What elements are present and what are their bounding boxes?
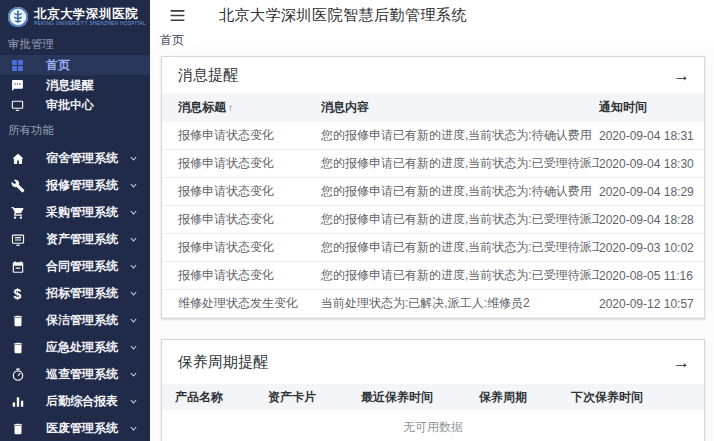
sidebar-item-bidding-system[interactable]: $ 招标管理系统 <box>0 280 150 307</box>
empty-state-text: 无可用数据 <box>162 410 704 441</box>
trash-icon <box>10 421 25 436</box>
column-header-title[interactable]: 消息标题↑ <box>178 99 321 116</box>
sidebar-item-patrol-system[interactable]: 巡查管理系统 <box>0 361 150 388</box>
chat-bubble-icon <box>10 78 25 93</box>
asset-screen-icon <box>10 232 25 247</box>
message-card-title: 消息提醒 <box>178 66 238 85</box>
top-bar: 北京大学深圳医院智慧后勤管理系统 <box>150 0 714 30</box>
chevron-down-icon <box>129 424 138 433</box>
monitor-icon <box>10 98 25 113</box>
sidebar-item-repair-system[interactable]: 报修管理系统 <box>0 172 150 199</box>
chevron-down-icon <box>129 154 138 163</box>
hamburger-menu-icon[interactable] <box>170 9 185 22</box>
sidebar-item-cleaning-system[interactable]: 保洁管理系统 <box>0 307 150 334</box>
column-header-content[interactable]: 消息内容 <box>321 99 599 116</box>
sidebar: 北京大学深圳医院 PEKING UNIVERSITY SHENZHEN HOSP… <box>0 0 150 441</box>
chevron-down-icon <box>129 262 138 271</box>
hospital-name-cn: 北京大学深圳医院 <box>34 8 146 21</box>
table-row[interactable]: 报修申请状态变化 您的报修申请已有新的进度,当前状态为:已受理待派工 2020-… <box>162 234 704 262</box>
hospital-logo-icon <box>7 6 29 28</box>
sidebar-item-label: 消息提醒 <box>46 77 94 94</box>
table-row[interactable]: 报修申请状态变化 您的报修申请已有新的进度,当前状态为:待确认费用 2020-0… <box>162 122 704 150</box>
calendar-icon <box>10 259 25 274</box>
sort-asc-icon: ↑ <box>228 102 233 113</box>
stopwatch-icon <box>10 367 25 382</box>
sidebar-item-medical-waste-system[interactable]: 医废管理系统 <box>0 415 150 441</box>
app-window: 北京大学深圳医院 PEKING UNIVERSITY SHENZHEN HOSP… <box>0 0 714 441</box>
chevron-down-icon <box>129 181 138 190</box>
sidebar-item-procurement-system[interactable]: 采购管理系统 <box>0 199 150 226</box>
content-area: 消息提醒 → 消息标题↑ 消息内容 通知时间 报修申请状态变化 您的报修申请已有… <box>150 47 714 441</box>
wrench-icon <box>10 178 25 193</box>
message-reminder-card: 消息提醒 → 消息标题↑ 消息内容 通知时间 报修申请状态变化 您的报修申请已有… <box>161 56 705 319</box>
chevron-down-icon <box>129 289 138 298</box>
sidebar-item-dormitory-system[interactable]: 宿舍管理系统 <box>0 145 150 172</box>
sidebar-item-contract-system[interactable]: 合同管理系统 <box>0 253 150 280</box>
table-row[interactable]: 报修申请状态变化 您的报修申请已有新的进度,当前状态为:已受理待派工 2020-… <box>162 262 704 290</box>
column-header-asset[interactable]: 资产卡片 <box>268 389 361 406</box>
dashboard-icon <box>10 58 25 73</box>
hospital-logo: 北京大学深圳医院 PEKING UNIVERSITY SHENZHEN HOSP… <box>0 0 150 34</box>
maintenance-reminder-card: 保养周期提醒 → 产品名称 资产卡片 最近保养时间 保养周期 下次保养时间 无可… <box>161 339 705 441</box>
chevron-down-icon <box>129 316 138 325</box>
home-icon <box>10 151 25 166</box>
chevron-down-icon <box>129 370 138 379</box>
sidebar-item-approval-center[interactable]: 审批中心 <box>0 95 150 115</box>
chevron-down-icon <box>129 235 138 244</box>
arrow-right-icon[interactable]: → <box>673 354 690 371</box>
tab-bar: 首页 <box>150 30 714 47</box>
trash-icon <box>10 313 25 328</box>
sidebar-item-asset-system[interactable]: 资产管理系统 <box>0 226 150 253</box>
table-row[interactable]: 报修申请状态变化 您的报修申请已有新的进度,当前状态为:待确认费用 2020-0… <box>162 178 704 206</box>
sidebar-item-message-reminder[interactable]: 消息提醒 <box>0 75 150 95</box>
bar-chart-icon <box>10 394 25 409</box>
table-row[interactable]: 维修处理状态发生变化 当前处理状态为:已解决,派工人:维修员2 2020-09-… <box>162 290 704 318</box>
trash-icon <box>10 340 25 355</box>
sidebar-item-emergency-system[interactable]: 应急处理系统 <box>0 334 150 361</box>
main-area: 北京大学深圳医院智慧后勤管理系统 首页 消息提醒 → 消息标题↑ 消息内容 通知… <box>150 0 714 441</box>
column-header-cycle[interactable]: 保养周期 <box>479 389 571 406</box>
page-title: 北京大学深圳医院智慧后勤管理系统 <box>219 6 467 25</box>
table-row[interactable]: 报修申请状态变化 您的报修申请已有新的进度,当前状态为:已受理待派工 2020-… <box>162 206 704 234</box>
column-header-time[interactable]: 通知时间 <box>599 99 704 116</box>
sidebar-item-home[interactable]: 首页 <box>0 55 150 75</box>
sidebar-item-logistics-reports[interactable]: 后勤综合报表 <box>0 388 150 415</box>
sidebar-group-approval: 审批管理 <box>0 34 150 55</box>
chevron-down-icon <box>129 397 138 406</box>
column-header-last-time[interactable]: 最近保养时间 <box>361 389 479 406</box>
sidebar-item-label: 审批中心 <box>46 97 94 114</box>
table-row[interactable]: 报修申请状态变化 您的报修申请已有新的进度,当前状态为:已受理待派工 2020-… <box>162 150 704 178</box>
message-table-header: 消息标题↑ 消息内容 通知时间 <box>162 93 704 122</box>
sidebar-group-all-functions: 所有功能 <box>0 115 150 145</box>
arrow-right-icon[interactable]: → <box>673 67 690 84</box>
column-header-next-time[interactable]: 下次保养时间 <box>571 389 704 406</box>
column-header-product[interactable]: 产品名称 <box>175 389 268 406</box>
hospital-name-en: PEKING UNIVERSITY SHENZHEN HOSPITAL <box>34 21 146 26</box>
dollar-icon: $ <box>10 286 25 301</box>
sidebar-item-label: 首页 <box>46 57 70 74</box>
chevron-down-icon <box>129 343 138 352</box>
chevron-down-icon <box>129 208 138 217</box>
maintenance-table-header: 产品名称 资产卡片 最近保养时间 保养周期 下次保养时间 <box>162 384 704 410</box>
cart-icon <box>10 205 25 220</box>
maintenance-card-title: 保养周期提醒 <box>178 353 268 372</box>
